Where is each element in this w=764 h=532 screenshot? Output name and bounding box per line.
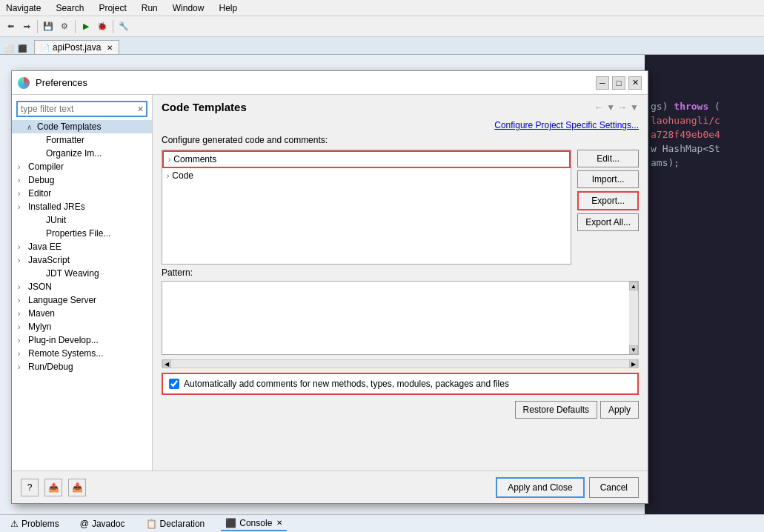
sidebar-item-compiler[interactable]: › Compiler [12,160,152,173]
toolbar-save[interactable]: 💾 [41,19,56,34]
sidebar-item-run-debug[interactable]: › Run/Debug [12,360,152,373]
nav-back-icon[interactable]: ← [594,102,603,113]
pattern-box[interactable]: ▲ ▼ [162,281,639,355]
toolbar-debug[interactable]: 🐞 [95,19,110,34]
sidebar-item-editor[interactable]: › Editor [12,187,152,200]
help-button[interactable]: ? [21,479,39,496]
auto-comments-label: Automatically add comments for new metho… [184,379,509,389]
dialog-maximize[interactable]: □ [612,76,625,90]
import-button[interactable]: Import... [577,170,639,188]
sidebar-item-json[interactable]: › JSON [12,280,152,293]
tab-javadoc-label: Javadoc [92,519,125,529]
tab-problems[interactable]: ⚠ Problems [6,517,64,531]
search-clear-icon[interactable]: ✕ [135,103,146,115]
nav-dropdown-icon[interactable]: ▼ [630,102,639,113]
import-prefs-button[interactable]: 📥 [68,479,86,496]
toolbar-btn2[interactable]: ⚙ [57,19,72,34]
restore-defaults-button[interactable]: Restore Defaults [515,401,597,419]
arrow-icon: › [18,190,27,198]
toolbar-fwd[interactable]: ⮕ [19,19,34,34]
apply-button[interactable]: Apply [600,401,639,419]
tab-area-btn1[interactable]: ⬜ [3,42,15,54]
menu-search[interactable]: Search [53,1,87,15]
tab-console[interactable]: ⬛ Console ✕ [221,516,287,531]
export-prefs-button[interactable]: 📤 [44,479,62,496]
auto-comments-checkbox[interactable] [169,379,179,389]
sidebar-label: Debug [28,175,54,185]
tmpl-code[interactable]: › Code [162,168,571,183]
dialog-footer: ? 📤 📥 Apply and Close Cancel [12,471,648,503]
sidebar-item-debug[interactable]: › Debug [12,173,152,187]
dialog-close[interactable]: ✕ [628,76,642,90]
menu-run[interactable]: Run [139,1,161,15]
menu-window[interactable]: Window [170,1,207,15]
menu-help[interactable]: Help [216,1,240,15]
templates-tree[interactable]: › Comments › Code [162,150,571,265]
sidebar-label: Compiler [28,162,64,172]
apply-and-close-button[interactable]: Apply and Close [496,477,584,498]
toolbar-back[interactable]: ⬅ [3,19,18,34]
toolbar-sep3 [113,20,113,33]
tab-icon: 📄 [41,44,50,52]
search-input[interactable] [18,102,135,116]
sidebar-item-remote-systems[interactable]: › Remote Systems... [12,347,152,360]
arrow-icon: › [18,323,27,331]
code-line-3: a728f49eb0e4 [645,127,764,142]
sidebar-item-formatter[interactable]: Formatter [12,133,152,147]
footer-right: Apply and Close Cancel [496,477,639,498]
tab-problems-label: Problems [21,519,59,529]
sidebar-item-junit[interactable]: JUnit [12,213,152,227]
configure-project-link[interactable]: Configure Project Specific Settings... [494,120,639,130]
sidebar-label: Mylyn [28,322,51,332]
search-box[interactable]: ✕ [16,101,147,117]
sidebar-item-javaee[interactable]: › Java EE [12,240,152,253]
menu-bar: Navigate Search Project Run Window Help [0,0,764,16]
dialog-minimize[interactable]: ─ [596,76,609,90]
pattern-vscroll[interactable]: ▲ ▼ [629,282,638,354]
tab-area-btn2[interactable]: ⬛ [16,42,28,54]
menu-project[interactable]: Project [96,1,129,15]
sidebar-item-organize-imports[interactable]: Organize Im... [12,147,152,160]
tab-javadoc[interactable]: @ Javadoc [76,517,130,531]
scroll-left-icon[interactable]: ◀ [162,359,171,368]
arrow-icon: › [18,296,27,305]
editor-tab-apipost[interactable]: 📄 apiPost.java ✕ [34,40,119,54]
sidebar-item-jdt-weaving[interactable]: JDT Weaving [12,267,152,280]
sidebar-item-properties[interactable]: Properties File... [12,227,152,240]
export-button[interactable]: Export... [577,191,639,210]
tmpl-comments[interactable]: › Comments [162,150,571,168]
sidebar-label: Installed JREs [28,202,85,212]
sidebar-item-code-templates[interactable]: ∧ Code Templates [12,120,152,133]
code-line-2: laohuangli/c [645,113,764,127]
tmpl-code-label: Code [172,170,193,181]
scroll-down-icon[interactable]: ▼ [629,345,638,354]
toolbar-extra[interactable]: 🔧 [116,19,131,34]
toolbar-sep1 [37,20,38,33]
sidebar-label: Properties File... [46,228,110,239]
code-line-1: gs) throws ( [645,99,764,113]
templates-section: › Comments › Code Edit... Import... Expo… [162,150,639,265]
sidebar-item-language-server[interactable]: › Language Server [12,293,152,307]
tab-close-icon[interactable]: ✕ [276,519,282,527]
toolbar-run[interactable]: ▶ [79,19,93,34]
pattern-label: Pattern: [162,267,639,278]
sidebar-item-installed-jres[interactable]: › Installed JREs [12,200,152,213]
export-all-button[interactable]: Export All... [577,213,639,231]
scroll-right-icon[interactable]: ▶ [629,359,638,368]
sidebar-item-maven[interactable]: › Maven [12,307,152,320]
sidebar-label: Code Templates [37,122,102,132]
pattern-hscroll[interactable]: ◀ ▶ [162,359,639,368]
sidebar-item-plugin-develop[interactable]: › Plug-in Develop... [12,333,152,347]
tab-declaration[interactable]: 📋 Declaration [142,517,210,531]
menu-navigate[interactable]: Navigate [3,1,44,15]
arrow-icon: › [18,336,27,345]
tab-close-icon[interactable]: ✕ [107,44,113,52]
nav-fwd-icon[interactable]: → [618,102,627,113]
cancel-button[interactable]: Cancel [589,477,639,498]
scroll-up-icon[interactable]: ▲ [629,282,638,290]
sidebar-item-mylyn[interactable]: › Mylyn [12,320,152,333]
console-icon: ⬛ [225,518,236,528]
eclipse-icon [18,77,30,89]
edit-button[interactable]: Edit... [577,150,639,167]
sidebar-item-javascript[interactable]: › JavaScript [12,253,152,267]
